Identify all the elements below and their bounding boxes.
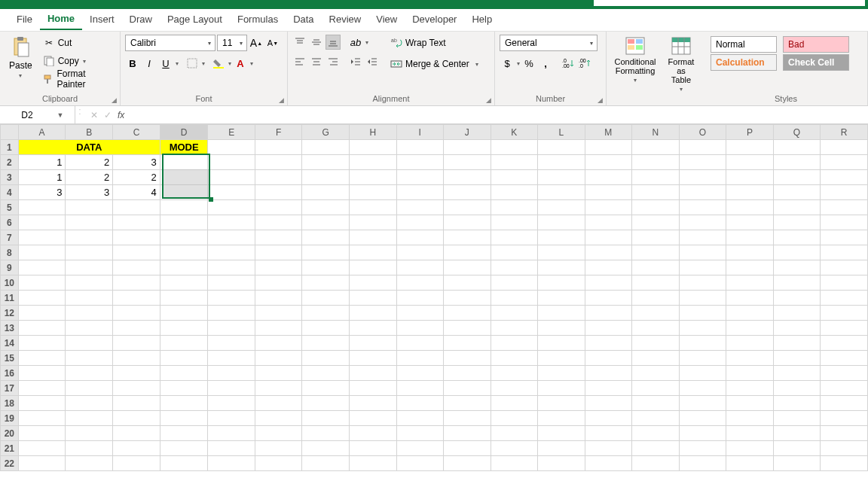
cell-P2[interactable] — [726, 155, 774, 170]
cell-G5[interactable] — [302, 200, 350, 215]
cell-P16[interactable] — [726, 366, 774, 381]
cell-G1[interactable] — [302, 140, 350, 155]
font-size-dropdown[interactable]: 11▾ — [217, 35, 247, 51]
cell-J20[interactable] — [444, 426, 491, 441]
cell-C13[interactable] — [113, 321, 160, 336]
cell-D16[interactable] — [160, 366, 208, 381]
row-header-4[interactable]: 4 — [1, 185, 19, 200]
cell-F8[interactable] — [255, 245, 302, 260]
cell-C10[interactable] — [113, 275, 160, 291]
cell-I19[interactable] — [396, 411, 444, 426]
tab-home[interactable]: Home — [40, 10, 82, 30]
cell-E17[interactable] — [208, 381, 255, 396]
cell-E11[interactable] — [208, 291, 255, 306]
cell-R1[interactable] — [821, 140, 868, 155]
cell-P4[interactable] — [726, 185, 774, 200]
cell-F2[interactable] — [255, 155, 302, 170]
cell-I12[interactable] — [396, 306, 444, 321]
cell-C5[interactable] — [113, 200, 160, 215]
cell-H20[interactable] — [349, 426, 396, 441]
percent-button[interactable]: % — [521, 56, 536, 71]
cell-C11[interactable] — [113, 291, 160, 306]
cell-M21[interactable] — [585, 441, 632, 456]
cell-N3[interactable] — [632, 170, 680, 185]
cell-Q16[interactable] — [773, 366, 821, 381]
row-header-6[interactable]: 6 — [1, 215, 19, 230]
cell-A1[interactable]: DATA — [18, 140, 160, 155]
col-header-I[interactable]: I — [396, 125, 444, 140]
cell-F7[interactable] — [255, 230, 302, 245]
cell-G2[interactable] — [302, 155, 350, 170]
cell-P21[interactable] — [726, 441, 774, 456]
cell-H16[interactable] — [349, 366, 396, 381]
cell-P1[interactable] — [726, 140, 774, 155]
row-header-1[interactable]: 1 — [1, 140, 19, 155]
row-header-7[interactable]: 7 — [1, 230, 19, 245]
align-middle-button[interactable] — [309, 35, 324, 50]
cell-N17[interactable] — [632, 381, 680, 396]
col-header-D[interactable]: D — [160, 125, 208, 140]
cell-D5[interactable] — [160, 200, 208, 215]
cell-N16[interactable] — [632, 366, 680, 381]
cell-C12[interactable] — [113, 306, 160, 321]
cell-D8[interactable] — [160, 245, 208, 260]
cell-M6[interactable] — [585, 215, 632, 230]
increase-indent-button[interactable] — [365, 54, 380, 69]
cell-O9[interactable] — [679, 260, 726, 275]
cell-I6[interactable] — [396, 215, 444, 230]
tab-developer[interactable]: Developer — [405, 11, 464, 29]
cell-L6[interactable] — [538, 215, 585, 230]
cell-K15[interactable] — [491, 351, 538, 366]
cell-B2[interactable]: 2 — [66, 155, 113, 170]
formula-input[interactable] — [130, 106, 868, 123]
cell-H15[interactable] — [349, 351, 396, 366]
cell-R6[interactable] — [821, 215, 868, 230]
cell-N14[interactable] — [632, 336, 680, 351]
cell-G16[interactable] — [302, 366, 350, 381]
row-header-17[interactable]: 17 — [1, 381, 19, 396]
cell-E13[interactable] — [208, 321, 255, 336]
cell-E19[interactable] — [208, 411, 255, 426]
font-launcher[interactable]: ◢ — [277, 96, 286, 104]
cell-L22[interactable] — [538, 456, 585, 471]
cell-H19[interactable] — [349, 411, 396, 426]
cell-I20[interactable] — [396, 426, 444, 441]
cell-P5[interactable] — [726, 200, 774, 215]
cell-C15[interactable] — [113, 351, 160, 366]
cell-J18[interactable] — [444, 396, 491, 411]
cell-G9[interactable] — [302, 260, 350, 275]
cell-Q19[interactable] — [773, 411, 821, 426]
cell-N18[interactable] — [632, 396, 680, 411]
cell-G8[interactable] — [302, 245, 350, 260]
cell-J14[interactable] — [444, 336, 491, 351]
style-normal[interactable]: Normal — [711, 36, 777, 53]
cell-H17[interactable] — [349, 381, 396, 396]
tab-data[interactable]: Data — [286, 11, 321, 29]
underline-button[interactable]: U — [158, 56, 173, 71]
cell-E22[interactable] — [208, 456, 255, 471]
cell-M11[interactable] — [585, 291, 632, 306]
cell-L9[interactable] — [538, 260, 585, 275]
cell-B11[interactable] — [66, 291, 113, 306]
cell-L12[interactable] — [538, 306, 585, 321]
row-header-20[interactable]: 20 — [1, 426, 19, 441]
cell-H6[interactable] — [349, 215, 396, 230]
cell-B17[interactable] — [66, 381, 113, 396]
cell-D1[interactable]: MODE — [160, 140, 208, 155]
cell-M15[interactable] — [585, 351, 632, 366]
cell-E16[interactable] — [208, 366, 255, 381]
cell-F19[interactable] — [255, 411, 302, 426]
cell-Q10[interactable] — [773, 275, 821, 291]
cell-G20[interactable] — [302, 426, 350, 441]
cell-J5[interactable] — [444, 200, 491, 215]
row-header-11[interactable]: 11 — [1, 291, 19, 306]
cell-C19[interactable] — [113, 411, 160, 426]
cell-Q20[interactable] — [773, 426, 821, 441]
tab-insert[interactable]: Insert — [82, 11, 122, 29]
cell-K14[interactable] — [491, 336, 538, 351]
cell-E2[interactable] — [208, 155, 255, 170]
cell-B18[interactable] — [66, 396, 113, 411]
cell-I8[interactable] — [396, 245, 444, 260]
cell-F22[interactable] — [255, 456, 302, 471]
cell-A20[interactable] — [18, 426, 66, 441]
